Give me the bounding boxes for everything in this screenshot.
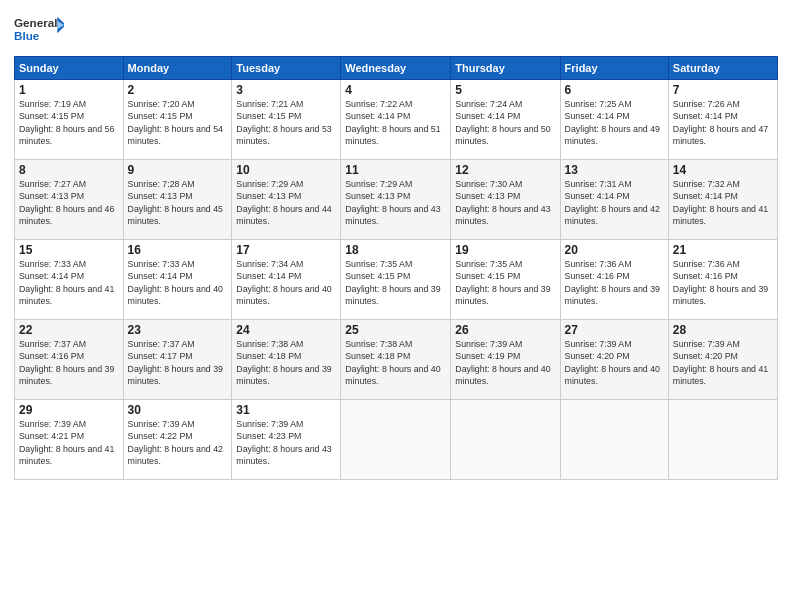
day-number: 25 <box>345 323 446 337</box>
day-header-wednesday: Wednesday <box>341 57 451 80</box>
day-info: Sunrise: 7:39 AMSunset: 4:21 PMDaylight:… <box>19 419 114 466</box>
calendar-week-5: 29 Sunrise: 7:39 AMSunset: 4:21 PMDaylig… <box>15 400 778 480</box>
day-info: Sunrise: 7:27 AMSunset: 4:13 PMDaylight:… <box>19 179 114 226</box>
day-number: 23 <box>128 323 228 337</box>
empty-cell <box>560 400 668 480</box>
calendar-week-1: 1 Sunrise: 7:19 AMSunset: 4:15 PMDayligh… <box>15 80 778 160</box>
day-info: Sunrise: 7:37 AMSunset: 4:16 PMDaylight:… <box>19 339 114 386</box>
day-number: 8 <box>19 163 119 177</box>
day-number: 9 <box>128 163 228 177</box>
day-number: 28 <box>673 323 773 337</box>
day-info: Sunrise: 7:36 AMSunset: 4:16 PMDaylight:… <box>673 259 768 306</box>
day-number: 13 <box>565 163 664 177</box>
calendar-day-16: 16 Sunrise: 7:33 AMSunset: 4:14 PMDaylig… <box>123 240 232 320</box>
calendar-day-4: 4 Sunrise: 7:22 AMSunset: 4:14 PMDayligh… <box>341 80 451 160</box>
day-info: Sunrise: 7:38 AMSunset: 4:18 PMDaylight:… <box>236 339 331 386</box>
day-info: Sunrise: 7:38 AMSunset: 4:18 PMDaylight:… <box>345 339 440 386</box>
calendar-week-4: 22 Sunrise: 7:37 AMSunset: 4:16 PMDaylig… <box>15 320 778 400</box>
day-info: Sunrise: 7:34 AMSunset: 4:14 PMDaylight:… <box>236 259 331 306</box>
day-info: Sunrise: 7:32 AMSunset: 4:14 PMDaylight:… <box>673 179 768 226</box>
calendar-day-3: 3 Sunrise: 7:21 AMSunset: 4:15 PMDayligh… <box>232 80 341 160</box>
day-number: 21 <box>673 243 773 257</box>
day-number: 10 <box>236 163 336 177</box>
calendar-day-8: 8 Sunrise: 7:27 AMSunset: 4:13 PMDayligh… <box>15 160 124 240</box>
day-info: Sunrise: 7:19 AMSunset: 4:15 PMDaylight:… <box>19 99 114 146</box>
calendar-day-27: 27 Sunrise: 7:39 AMSunset: 4:20 PMDaylig… <box>560 320 668 400</box>
day-info: Sunrise: 7:36 AMSunset: 4:16 PMDaylight:… <box>565 259 660 306</box>
day-number: 19 <box>455 243 555 257</box>
calendar-day-20: 20 Sunrise: 7:36 AMSunset: 4:16 PMDaylig… <box>560 240 668 320</box>
day-number: 16 <box>128 243 228 257</box>
day-number: 17 <box>236 243 336 257</box>
calendar-day-9: 9 Sunrise: 7:28 AMSunset: 4:13 PMDayligh… <box>123 160 232 240</box>
calendar-day-13: 13 Sunrise: 7:31 AMSunset: 4:14 PMDaylig… <box>560 160 668 240</box>
day-header-tuesday: Tuesday <box>232 57 341 80</box>
day-info: Sunrise: 7:35 AMSunset: 4:15 PMDaylight:… <box>455 259 550 306</box>
calendar-day-14: 14 Sunrise: 7:32 AMSunset: 4:14 PMDaylig… <box>668 160 777 240</box>
day-info: Sunrise: 7:20 AMSunset: 4:15 PMDaylight:… <box>128 99 223 146</box>
day-number: 1 <box>19 83 119 97</box>
day-info: Sunrise: 7:26 AMSunset: 4:14 PMDaylight:… <box>673 99 768 146</box>
page: General Blue SundayMondayTuesdayWednesda… <box>0 0 792 612</box>
calendar-day-22: 22 Sunrise: 7:37 AMSunset: 4:16 PMDaylig… <box>15 320 124 400</box>
day-number: 6 <box>565 83 664 97</box>
day-info: Sunrise: 7:29 AMSunset: 4:13 PMDaylight:… <box>236 179 331 226</box>
calendar-day-28: 28 Sunrise: 7:39 AMSunset: 4:20 PMDaylig… <box>668 320 777 400</box>
calendar-day-31: 31 Sunrise: 7:39 AMSunset: 4:23 PMDaylig… <box>232 400 341 480</box>
svg-text:Blue: Blue <box>14 29 40 42</box>
day-number: 24 <box>236 323 336 337</box>
day-info: Sunrise: 7:39 AMSunset: 4:20 PMDaylight:… <box>673 339 768 386</box>
day-info: Sunrise: 7:28 AMSunset: 4:13 PMDaylight:… <box>128 179 223 226</box>
day-number: 15 <box>19 243 119 257</box>
calendar-day-26: 26 Sunrise: 7:39 AMSunset: 4:19 PMDaylig… <box>451 320 560 400</box>
calendar-day-18: 18 Sunrise: 7:35 AMSunset: 4:15 PMDaylig… <box>341 240 451 320</box>
svg-text:General: General <box>14 16 57 29</box>
day-number: 3 <box>236 83 336 97</box>
day-info: Sunrise: 7:21 AMSunset: 4:15 PMDaylight:… <box>236 99 331 146</box>
calendar-day-12: 12 Sunrise: 7:30 AMSunset: 4:13 PMDaylig… <box>451 160 560 240</box>
empty-cell <box>668 400 777 480</box>
day-number: 5 <box>455 83 555 97</box>
day-info: Sunrise: 7:35 AMSunset: 4:15 PMDaylight:… <box>345 259 440 306</box>
calendar-day-5: 5 Sunrise: 7:24 AMSunset: 4:14 PMDayligh… <box>451 80 560 160</box>
day-number: 7 <box>673 83 773 97</box>
day-number: 31 <box>236 403 336 417</box>
day-header-monday: Monday <box>123 57 232 80</box>
day-number: 27 <box>565 323 664 337</box>
day-number: 22 <box>19 323 119 337</box>
calendar-table: SundayMondayTuesdayWednesdayThursdayFrid… <box>14 56 778 480</box>
day-number: 26 <box>455 323 555 337</box>
day-info: Sunrise: 7:37 AMSunset: 4:17 PMDaylight:… <box>128 339 223 386</box>
calendar-day-30: 30 Sunrise: 7:39 AMSunset: 4:22 PMDaylig… <box>123 400 232 480</box>
day-header-thursday: Thursday <box>451 57 560 80</box>
calendar-day-23: 23 Sunrise: 7:37 AMSunset: 4:17 PMDaylig… <box>123 320 232 400</box>
day-header-sunday: Sunday <box>15 57 124 80</box>
day-info: Sunrise: 7:33 AMSunset: 4:14 PMDaylight:… <box>128 259 223 306</box>
day-info: Sunrise: 7:39 AMSunset: 4:19 PMDaylight:… <box>455 339 550 386</box>
calendar-day-2: 2 Sunrise: 7:20 AMSunset: 4:15 PMDayligh… <box>123 80 232 160</box>
calendar-header-row: SundayMondayTuesdayWednesdayThursdayFrid… <box>15 57 778 80</box>
day-number: 2 <box>128 83 228 97</box>
day-info: Sunrise: 7:39 AMSunset: 4:20 PMDaylight:… <box>565 339 660 386</box>
day-number: 30 <box>128 403 228 417</box>
day-info: Sunrise: 7:25 AMSunset: 4:14 PMDaylight:… <box>565 99 660 146</box>
calendar-day-17: 17 Sunrise: 7:34 AMSunset: 4:14 PMDaylig… <box>232 240 341 320</box>
day-info: Sunrise: 7:29 AMSunset: 4:13 PMDaylight:… <box>345 179 440 226</box>
calendar-day-10: 10 Sunrise: 7:29 AMSunset: 4:13 PMDaylig… <box>232 160 341 240</box>
day-number: 14 <box>673 163 773 177</box>
empty-cell <box>451 400 560 480</box>
calendar-day-11: 11 Sunrise: 7:29 AMSunset: 4:13 PMDaylig… <box>341 160 451 240</box>
day-info: Sunrise: 7:31 AMSunset: 4:14 PMDaylight:… <box>565 179 660 226</box>
day-info: Sunrise: 7:24 AMSunset: 4:14 PMDaylight:… <box>455 99 550 146</box>
calendar-day-1: 1 Sunrise: 7:19 AMSunset: 4:15 PMDayligh… <box>15 80 124 160</box>
calendar-day-24: 24 Sunrise: 7:38 AMSunset: 4:18 PMDaylig… <box>232 320 341 400</box>
calendar-day-25: 25 Sunrise: 7:38 AMSunset: 4:18 PMDaylig… <box>341 320 451 400</box>
day-number: 12 <box>455 163 555 177</box>
day-header-saturday: Saturday <box>668 57 777 80</box>
calendar-day-6: 6 Sunrise: 7:25 AMSunset: 4:14 PMDayligh… <box>560 80 668 160</box>
logo-svg: General Blue <box>14 12 64 48</box>
day-info: Sunrise: 7:39 AMSunset: 4:22 PMDaylight:… <box>128 419 223 466</box>
empty-cell <box>341 400 451 480</box>
calendar-day-21: 21 Sunrise: 7:36 AMSunset: 4:16 PMDaylig… <box>668 240 777 320</box>
day-header-friday: Friday <box>560 57 668 80</box>
